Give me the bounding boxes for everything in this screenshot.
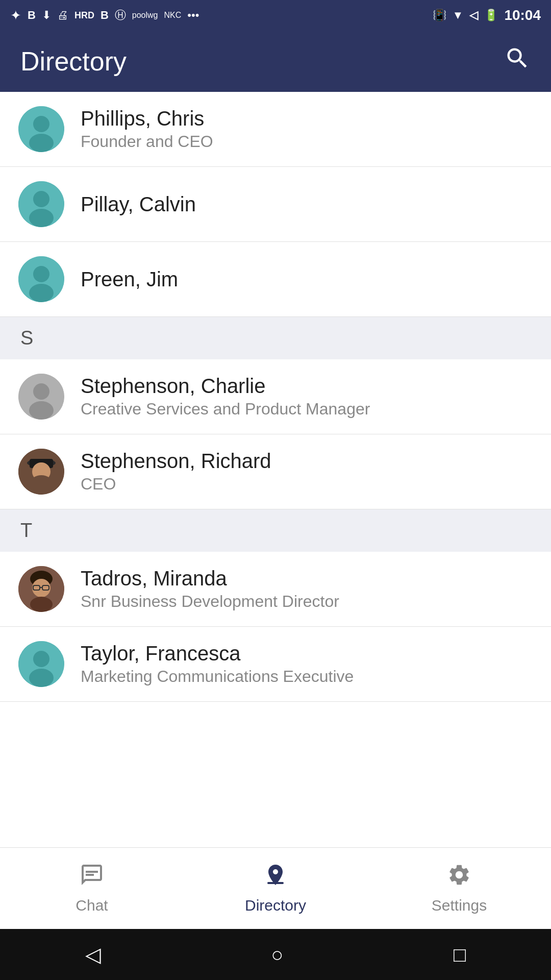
- avatar: [18, 181, 64, 227]
- status-right: 📳 ▼ ◁ 🔋 10:04: [433, 7, 541, 23]
- chat-icon: [80, 863, 104, 893]
- contact-name: Stephenson, Charlie: [81, 375, 370, 398]
- svg-point-25: [33, 651, 49, 667]
- contact-role: CEO: [81, 475, 271, 494]
- svg-point-26: [29, 669, 54, 687]
- download-icon: ⬇: [42, 9, 51, 22]
- poolwg-icon: poolwg: [132, 11, 158, 20]
- battery-icon: 🔋: [484, 9, 498, 22]
- avatar: [18, 566, 64, 612]
- avatar: [18, 106, 64, 152]
- svg-rect-27: [86, 871, 98, 873]
- contact-name: Stephenson, Richard: [81, 450, 271, 473]
- nkc-icon: NKC: [164, 11, 181, 20]
- app-header: Directory: [0, 31, 551, 92]
- phone-navigation-bar: ◁ ○ □: [0, 929, 551, 980]
- home-button[interactable]: ○: [271, 943, 283, 966]
- bottom-nav: Chat Directory Settings: [0, 847, 551, 929]
- contact-list: Phillips, Chris Founder and CEO Pillay, …: [0, 92, 551, 847]
- back-button[interactable]: ◁: [85, 943, 101, 966]
- svg-point-8: [29, 284, 54, 302]
- search-icon[interactable]: [504, 45, 531, 78]
- list-item[interactable]: Phillips, Chris Founder and CEO: [0, 92, 551, 167]
- b2-icon: B: [101, 9, 109, 22]
- svg-point-2: [29, 134, 54, 152]
- vibrate-icon: 📳: [433, 9, 446, 22]
- nav-label-chat: Chat: [76, 897, 108, 914]
- nav-label-directory: Directory: [245, 897, 306, 914]
- list-item[interactable]: Pillay, Calvin: [0, 167, 551, 242]
- avatar: [18, 374, 64, 420]
- slack-icon: ✦: [10, 8, 21, 23]
- list-item[interactable]: Stephenson, Charlie Creative Services an…: [0, 359, 551, 434]
- contact-name: Pillay, Calvin: [81, 193, 196, 216]
- svg-point-4: [33, 191, 49, 207]
- svg-point-7: [33, 266, 49, 282]
- contact-name: Tadros, Miranda: [81, 567, 339, 590]
- settings-icon: [447, 863, 471, 893]
- wifi-icon: ▼: [453, 9, 464, 22]
- svg-point-16: [30, 475, 53, 492]
- nav-item-settings[interactable]: Settings: [367, 848, 551, 929]
- list-item[interactable]: Preen, Jim: [0, 242, 551, 317]
- svg-point-23: [30, 597, 53, 612]
- avatar: [18, 256, 64, 302]
- contact-name: Taylor, Francesca: [81, 642, 354, 665]
- section-header-t: T: [0, 509, 551, 552]
- section-header-s: S: [0, 317, 551, 359]
- svg-point-10: [33, 383, 49, 400]
- status-bar: ✦ B ⬇ 🖨 HRD B Ⓗ poolwg NKC ••• 📳 ▼ ◁ 🔋 1…: [0, 0, 551, 31]
- circle-h-icon: Ⓗ: [115, 8, 126, 23]
- svg-point-1: [33, 116, 49, 132]
- recents-button[interactable]: □: [454, 943, 466, 966]
- contact-name: Preen, Jim: [81, 268, 178, 291]
- svg-rect-28: [86, 874, 94, 876]
- status-icons: ✦ B ⬇ 🖨 HRD B Ⓗ poolwg NKC •••: [10, 8, 199, 23]
- nav-item-chat[interactable]: Chat: [0, 848, 184, 929]
- time-display: 10:04: [504, 7, 541, 23]
- avatar: [18, 641, 64, 687]
- contact-name: Phillips, Chris: [81, 107, 213, 130]
- signal-icon: ◁: [469, 9, 478, 22]
- svg-rect-29: [267, 882, 284, 884]
- svg-point-5: [29, 209, 54, 227]
- contact-role: Founder and CEO: [81, 132, 213, 151]
- page-title: Directory: [20, 46, 127, 77]
- contact-role: Marketing Communications Executive: [81, 667, 354, 686]
- list-item[interactable]: Stephenson, Richard CEO: [0, 434, 551, 509]
- printer-icon: 🖨: [57, 9, 68, 22]
- avatar: [18, 449, 64, 495]
- hrd-icon: HRD: [74, 10, 94, 21]
- directory-icon: [263, 863, 288, 893]
- nav-item-directory[interactable]: Directory: [184, 848, 367, 929]
- svg-point-11: [29, 401, 54, 420]
- contact-role: Creative Services and Product Manager: [81, 400, 370, 419]
- list-item[interactable]: Tadros, Miranda Snr Business Development…: [0, 552, 551, 627]
- nav-label-settings: Settings: [432, 897, 487, 914]
- contact-role: Snr Business Development Director: [81, 592, 339, 611]
- bold-icon: B: [28, 9, 36, 22]
- list-item[interactable]: Taylor, Francesca Marketing Communicatio…: [0, 627, 551, 702]
- more-icon: •••: [187, 9, 199, 22]
